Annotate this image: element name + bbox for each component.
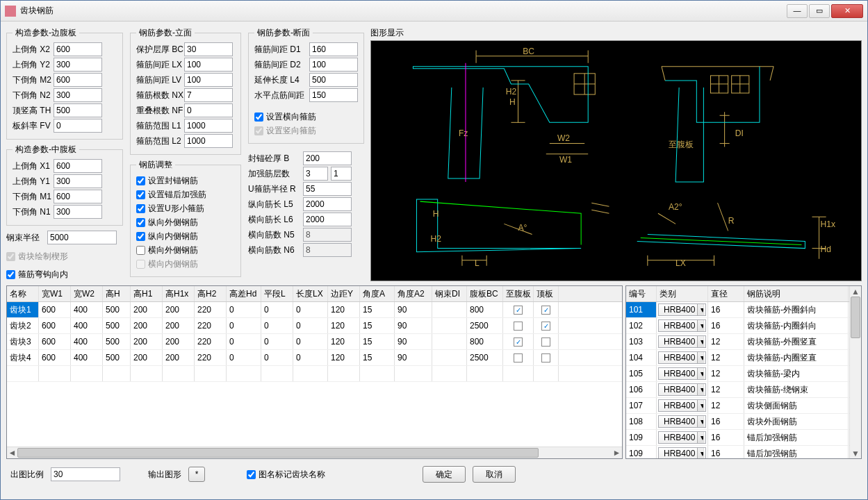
anchor-rein-check[interactable]	[136, 190, 145, 199]
sec-d2-input[interactable]	[309, 58, 358, 72]
right-grid-scrollbar[interactable]: ▲▼	[849, 286, 861, 458]
seal-b-input[interactable]	[303, 151, 352, 165]
close-button[interactable]: ✕	[831, 4, 863, 18]
table-row[interactable]: 101HRB400▾16齿块箍筋-外圈斜向	[626, 302, 849, 318]
sec-hp-input[interactable]	[309, 88, 358, 102]
table-row[interactable]: 齿块16004005002002002200001201590800✓✓	[7, 302, 622, 318]
category-combo[interactable]: HRB400▾	[658, 351, 706, 364]
table-row[interactable]: 107HRB400▾12齿块侧面钢筋	[626, 398, 849, 414]
hook-inward-check[interactable]	[6, 270, 15, 279]
table-row[interactable]: 106HRB400▾12齿块箍筋-绕钢束	[626, 382, 849, 398]
table-row[interactable]: 109HRB400▾16锚后加强钢筋	[626, 446, 849, 458]
table-row[interactable]: 105HRB400▾12齿块箍筋-梁内	[626, 366, 849, 382]
mid-m1-input[interactable]	[54, 190, 102, 203]
elev-bc-input[interactable]	[184, 42, 233, 56]
elev-nf-input[interactable]	[184, 103, 233, 117]
scale-input[interactable]	[51, 467, 120, 481]
table-row[interactable]: 109HRB400▾16锚后加强钢筋	[626, 430, 849, 446]
ok-button[interactable]: 确定	[423, 466, 466, 483]
category-combo[interactable]: HRB400▾	[658, 399, 706, 412]
category-combo[interactable]: HRB400▾	[658, 447, 706, 458]
left-col-header[interactable]: 高H2	[195, 286, 227, 301]
group-adjust: 钢筋调整 设置封锚钢筋 设置锚后加强筋 设置U形小箍筋 纵向外侧钢筋 纵向内侧钢…	[130, 159, 241, 277]
l5-input[interactable]	[303, 197, 352, 211]
radius-input[interactable]	[47, 231, 117, 244]
trans-out-check[interactable]	[136, 246, 145, 255]
layers-2-input[interactable]	[331, 167, 352, 181]
table-row[interactable]: 齿块460040050020020022000012015902500	[7, 350, 622, 366]
elev-lv-input[interactable]	[184, 73, 233, 87]
l6-input[interactable]	[303, 212, 352, 226]
u-r-input[interactable]	[303, 182, 352, 196]
left-grid[interactable]: 名称宽W1宽W2高H高H1高H1x高H2高差Hd平段L长度LX边距Y角度A角度A…	[6, 285, 623, 459]
mid-x1-input[interactable]	[54, 159, 102, 173]
category-combo[interactable]: HRB400▾	[658, 431, 706, 444]
mid-y1-input[interactable]	[54, 174, 102, 188]
elev-lx-input[interactable]	[184, 58, 233, 72]
elev-nx-input[interactable]	[184, 88, 233, 102]
left-col-header[interactable]: 高H1	[131, 286, 163, 301]
table-row[interactable]: 103HRB400▾12齿块箍筋-外圈竖直	[626, 334, 849, 350]
svg-text:W2: W2	[557, 134, 570, 144]
svg-line-53	[591, 203, 609, 206]
category-combo[interactable]: HRB400▾	[658, 335, 706, 348]
category-combo[interactable]: HRB400▾	[658, 383, 706, 396]
left-col-header[interactable]: 长度LX	[293, 286, 328, 301]
output-button[interactable]: *	[188, 467, 205, 482]
long-out-check[interactable]	[136, 218, 145, 227]
left-col-header[interactable]: 宽W2	[71, 286, 103, 301]
maximize-button[interactable]: ▭	[809, 4, 830, 18]
svg-text:H: H	[433, 209, 439, 219]
table-row[interactable]: 102HRB400▾16齿块箍筋-内圈斜向	[626, 318, 849, 334]
left-col-header[interactable]: 角度A	[360, 286, 395, 301]
category-combo[interactable]: HRB400▾	[658, 303, 706, 316]
set-h-stirrup-check[interactable]	[254, 112, 263, 122]
right-col-header[interactable]: 直径	[708, 286, 744, 301]
left-col-header[interactable]: 高H1x	[163, 286, 195, 301]
right-grid[interactable]: 编号类别直径钢筋说明 101HRB400▾16齿块箍筋-外圈斜向102HRB40…	[625, 285, 862, 459]
edge-n2-input[interactable]	[54, 88, 102, 102]
edge-x2-input[interactable]	[54, 42, 102, 56]
svg-text:Fz: Fz	[459, 128, 468, 138]
left-col-header[interactable]: 宽W1	[39, 286, 71, 301]
left-col-header[interactable]: 平段L	[261, 286, 293, 301]
edge-y2-input[interactable]	[54, 58, 102, 72]
table-row[interactable]: 齿块36004005002002002200001201590800✓	[7, 334, 622, 350]
elev-l2-input[interactable]	[184, 134, 233, 148]
left-col-header[interactable]: 腹板BC	[467, 286, 503, 301]
cancel-button[interactable]: 取消	[473, 466, 516, 483]
right-col-header[interactable]: 编号	[626, 286, 657, 301]
left-col-header[interactable]: 角度A2	[395, 286, 432, 301]
edge-th-input[interactable]	[54, 103, 102, 117]
category-combo[interactable]: HRB400▾	[658, 367, 706, 380]
elev-l1-input[interactable]	[184, 119, 233, 133]
minimize-button[interactable]: —	[787, 4, 808, 18]
sec-l4-input[interactable]	[309, 73, 358, 87]
left-col-header[interactable]: 边距Y	[328, 286, 360, 301]
long-in-check[interactable]	[136, 232, 145, 241]
layers-1-input[interactable]	[303, 167, 328, 181]
right-col-header[interactable]: 钢筋说明	[744, 286, 849, 301]
table-row[interactable]	[7, 366, 622, 382]
sec-d1-input[interactable]	[309, 42, 358, 56]
table-row[interactable]: 108HRB400▾16齿块外面钢筋	[626, 414, 849, 430]
svg-text:R: R	[728, 216, 735, 226]
table-row[interactable]: 104HRB400▾12齿块箍筋-内圈竖直	[626, 350, 849, 366]
edge-fv-input[interactable]	[54, 119, 102, 133]
seal-anchor-check[interactable]	[136, 176, 145, 185]
left-col-header[interactable]: 顶板	[534, 286, 559, 301]
left-col-header[interactable]: 至腹板	[503, 286, 534, 301]
mid-n1-input[interactable]	[54, 205, 102, 219]
left-grid-scrollbar[interactable]: ◄►	[7, 447, 622, 458]
edge-m2-input[interactable]	[54, 73, 102, 87]
right-col-header[interactable]: 类别	[657, 286, 708, 301]
category-combo[interactable]: HRB400▾	[658, 415, 706, 428]
left-col-header[interactable]: 高差Hd	[227, 286, 261, 301]
category-combo[interactable]: HRB400▾	[658, 319, 706, 332]
u-small-check[interactable]	[136, 204, 145, 213]
left-col-header[interactable]: 钢束DI	[432, 286, 467, 301]
table-row[interactable]: 齿块260040050020020022000012015902500✓	[7, 318, 622, 334]
mark-name-check[interactable]	[247, 470, 256, 479]
left-col-header[interactable]: 高H	[103, 286, 131, 301]
left-col-header[interactable]: 名称	[7, 286, 39, 301]
